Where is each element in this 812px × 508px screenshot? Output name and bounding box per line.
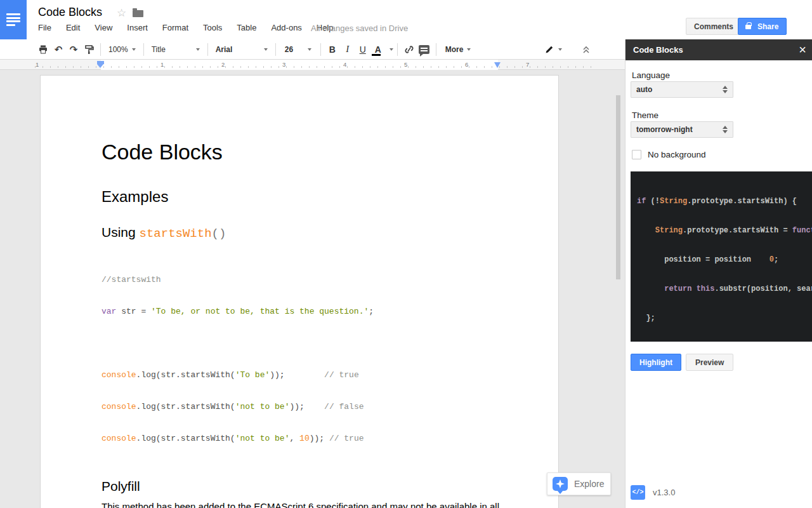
chevron-down-icon [308, 48, 311, 51]
explore-label: Explore [574, 479, 604, 489]
italic-button[interactable]: I [340, 42, 355, 57]
bold-button[interactable]: B [325, 42, 340, 57]
doc-heading-using-startswith[interactable]: Using startsWith() [102, 224, 500, 242]
share-button[interactable]: Share [738, 18, 787, 35]
explore-button[interactable]: Explore [547, 472, 611, 495]
toolbar-separator [275, 43, 276, 56]
undo-button[interactable]: ↶ [51, 42, 66, 57]
font-size-select[interactable]: 26 [280, 42, 317, 57]
font-value: Arial [216, 45, 233, 54]
code-line: console.log(str.startsWith('not to be', … [102, 432, 500, 445]
code-badge-icon[interactable]: </> [631, 485, 645, 500]
toolbar-separator [320, 43, 321, 56]
left-indent-marker[interactable] [97, 61, 104, 64]
comments-button[interactable]: Comments [686, 18, 742, 35]
vertical-scrollbar[interactable] [616, 95, 620, 279]
version-row: </> v1.3.0 [631, 485, 675, 500]
share-label: Share [757, 22, 778, 31]
docs-logo-icon [6, 13, 20, 26]
toolbar: ↶ ↷ 100% Title Arial 26 B I U A More [0, 39, 625, 60]
pencil-icon [544, 44, 554, 55]
ruler-number: 2 [221, 61, 225, 68]
right-indent-marker[interactable] [494, 62, 501, 68]
menu-file[interactable]: File [38, 23, 51, 32]
chevron-down-icon[interactable] [390, 48, 393, 51]
doc-heading-polyfill[interactable]: Polyfill [102, 478, 500, 495]
ruler-number: 7 [526, 61, 529, 68]
spinner-arrows-icon [723, 86, 728, 93]
highlight-button[interactable]: Highlight [631, 354, 681, 371]
style-value: Title [152, 45, 166, 54]
document-title[interactable]: Code Blocks [38, 6, 102, 19]
code-blocks-sidebar: Code Blocks × Language auto Theme tomorr… [625, 39, 812, 508]
ruler-number: 1 [160, 61, 164, 68]
redo-icon: ↷ [70, 44, 78, 55]
insert-link-button[interactable] [402, 42, 417, 57]
comment-icon [419, 45, 429, 54]
menu-tools[interactable]: Tools [203, 23, 222, 32]
underline-button[interactable]: U [355, 42, 370, 57]
doc-paragraph[interactable]: This method has been added to the ECMASc… [102, 500, 500, 508]
close-icon[interactable]: × [799, 39, 806, 60]
theme-label: Theme [632, 110, 658, 120]
star-icon[interactable]: ☆ [117, 6, 126, 20]
code-line: console.log(str.startsWith('To be')); //… [102, 369, 500, 382]
code-snippet-light[interactable]: //startswith var str = 'To be, or not to… [102, 255, 500, 464]
font-select[interactable]: Arial [212, 42, 272, 57]
menu-table[interactable]: Table [237, 23, 256, 32]
ruler[interactable]: 1 1 2 3 4 5 6 7 [0, 60, 625, 70]
toolbar-separator [207, 43, 208, 56]
preview-button[interactable]: Preview [686, 354, 733, 371]
menu-bar: File Edit View Insert Format Tools Table… [38, 23, 334, 32]
document-page[interactable]: Code Blocks Examples Using startsWith() … [40, 75, 559, 508]
menu-edit[interactable]: Edit [66, 23, 80, 32]
collapse-toolbar-button[interactable] [579, 42, 594, 57]
menu-insert[interactable]: Insert [127, 23, 148, 32]
theme-select[interactable]: tomorrow-night [631, 121, 733, 138]
menu-format[interactable]: Format [162, 23, 188, 32]
zoom-select[interactable]: 100% [105, 42, 140, 57]
lock-icon [745, 25, 751, 29]
version-text: v1.3.0 [653, 488, 675, 497]
redo-button[interactable]: ↷ [66, 42, 81, 57]
chevron-down-icon [467, 48, 471, 51]
language-label: Language [632, 70, 670, 80]
text-color-button[interactable]: A [370, 42, 386, 57]
code-line [102, 337, 500, 350]
ruler-ticks [35, 66, 593, 68]
language-select[interactable]: auto [631, 81, 733, 98]
print-button[interactable] [36, 42, 51, 57]
code-line: String.prototype.startsWith = function(s… [637, 225, 812, 236]
ruler-number: 3 [282, 61, 285, 68]
code-line: //startswith [102, 274, 500, 286]
app-bar: Code Blocks ☆ File Edit View Insert Form… [0, 0, 812, 39]
menu-addons[interactable]: Add-ons [271, 23, 301, 32]
editing-mode-button[interactable] [544, 42, 562, 57]
doc-heading-title[interactable]: Code Blocks [102, 139, 500, 164]
paint-format-button[interactable] [81, 42, 96, 57]
chevron-down-icon [264, 48, 268, 51]
insert-comment-button[interactable] [417, 42, 432, 57]
docs-logo[interactable] [0, 0, 27, 39]
more-button[interactable]: More [440, 42, 476, 57]
toolbar-separator [436, 43, 436, 56]
folder-icon[interactable] [133, 10, 143, 17]
ruler-number: 6 [465, 61, 468, 68]
toolbar-separator [143, 43, 144, 56]
undo-icon: ↶ [55, 44, 63, 55]
chevron-down-icon [558, 48, 562, 51]
menu-view[interactable]: View [95, 23, 112, 32]
no-background-checkbox[interactable] [632, 150, 641, 159]
paint-format-icon [84, 44, 94, 55]
code-line: }; [637, 312, 812, 324]
doc-heading-examples[interactable]: Examples [102, 187, 500, 206]
code-preview-panel[interactable]: if (!String.prototype.startsWith) { Stri… [631, 171, 812, 342]
explore-icon [553, 477, 568, 491]
link-icon [403, 44, 415, 55]
toolbar-separator [100, 43, 101, 56]
theme-value: tomorrow-night [636, 125, 693, 134]
paragraph-style-select[interactable]: Title [148, 42, 204, 57]
sidebar-title: Code Blocks [633, 45, 683, 55]
save-status: All changes saved in Drive [311, 23, 408, 33]
document-canvas: Code Blocks Examples Using startsWith() … [0, 70, 625, 508]
